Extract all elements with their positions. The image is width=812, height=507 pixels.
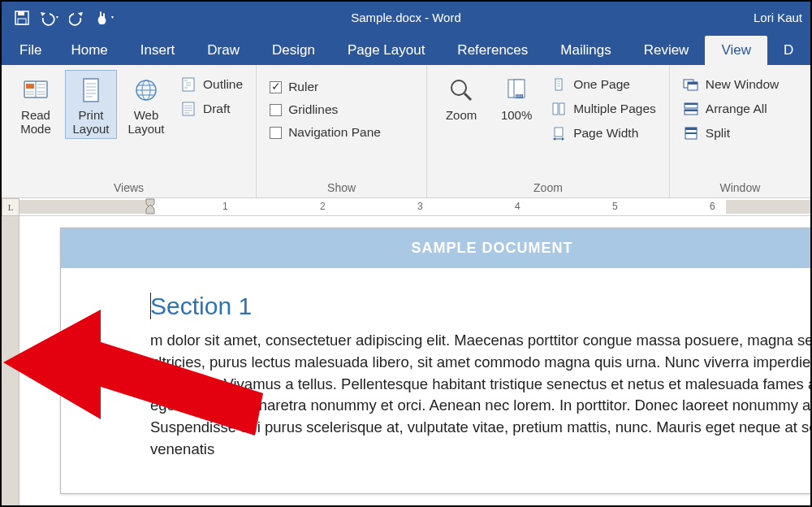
one-page-label: One Page xyxy=(573,77,630,92)
split-button[interactable]: Split xyxy=(678,122,784,145)
checkbox-icon xyxy=(270,104,282,116)
group-show: Ruler Gridlines Navigation Pane Show xyxy=(257,65,427,197)
tab-insert[interactable]: Insert xyxy=(124,36,192,65)
outline-label: Outline xyxy=(203,77,243,92)
tab-references[interactable]: References xyxy=(441,36,544,65)
zoom-label: Zoom xyxy=(446,108,477,122)
web-layout-label: Web Layout xyxy=(127,108,164,136)
zoom-button[interactable]: Zoom xyxy=(435,70,487,145)
tab-more[interactable]: D xyxy=(767,36,810,65)
tab-file[interactable]: File xyxy=(6,36,54,65)
show-group-label: Show xyxy=(265,179,418,196)
title-bar: Sample.docx - Word Lori Kaut xyxy=(2,2,810,34)
print-layout-label: Print Layout xyxy=(72,108,109,136)
gridlines-checkbox[interactable]: Gridlines xyxy=(265,99,386,120)
group-views: Read Mode Print Layout Web Layout Outlin… xyxy=(2,65,257,197)
tab-selector[interactable]: L xyxy=(2,198,19,216)
outline-view-button[interactable]: Outline xyxy=(175,73,248,96)
svg-line-34 xyxy=(464,93,471,100)
draft-view-button[interactable]: Draft xyxy=(175,98,248,120)
web-layout-button[interactable]: Web Layout xyxy=(120,70,172,139)
arrange-all-button[interactable]: Arrange All xyxy=(678,98,784,120)
multiple-pages-button[interactable]: Multiple Pages xyxy=(546,98,661,120)
vertical-ruler[interactable] xyxy=(2,216,19,505)
ruler-num: 6 xyxy=(710,201,715,212)
page-width-label: Page Width xyxy=(573,126,638,141)
zoom-group-label: Zoom xyxy=(435,179,661,196)
navigation-pane-checkbox[interactable]: Navigation Pane xyxy=(265,122,386,143)
section-heading: Section 1 xyxy=(150,292,810,320)
save-button[interactable] xyxy=(8,4,36,32)
svg-marker-58 xyxy=(146,205,154,214)
svg-rect-5 xyxy=(26,84,34,89)
svg-rect-55 xyxy=(685,128,697,130)
outline-icon xyxy=(180,76,197,93)
gridlines-label: Gridlines xyxy=(288,102,338,117)
group-zoom: Zoom 100 100% One Page Multiple Pages Pa… xyxy=(427,65,670,197)
svg-rect-44 xyxy=(559,103,564,115)
ruler-num: 4 xyxy=(515,201,520,212)
arrange-icon xyxy=(683,101,699,117)
draft-label: Draft xyxy=(203,102,231,116)
undo-button[interactable] xyxy=(36,4,63,32)
document-body-text: m dolor sit amet, consectetuer adipiscin… xyxy=(150,330,810,461)
multi-page-icon xyxy=(551,101,567,117)
one-page-button[interactable]: One Page xyxy=(546,73,661,96)
tab-design[interactable]: Design xyxy=(256,36,331,65)
one-page-icon xyxy=(551,76,567,93)
multi-page-label: Multiple Pages xyxy=(573,102,656,116)
window-group-label: Window xyxy=(678,179,802,196)
views-group-label: Views xyxy=(10,179,248,196)
svg-point-33 xyxy=(451,80,466,95)
svg-rect-49 xyxy=(688,82,698,84)
document-page[interactable]: SAMPLE DOCUMENT Section 1 m dolor sit am… xyxy=(60,228,810,494)
page-width-button[interactable]: Page Width xyxy=(546,122,661,145)
new-window-icon xyxy=(683,76,699,93)
indent-marker-icon[interactable] xyxy=(145,197,156,215)
svg-rect-53 xyxy=(685,110,698,111)
document-header-band: SAMPLE DOCUMENT xyxy=(61,228,810,268)
window-title: Sample.docx - Word xyxy=(351,2,461,34)
nav-label: Navigation Pane xyxy=(288,125,381,140)
ruler-num: 1 xyxy=(222,201,228,212)
ruler-num: 3 xyxy=(417,201,423,212)
svg-rect-23 xyxy=(183,78,194,91)
ribbon-tabs: File Home Insert Draw Design Page Layout… xyxy=(2,34,810,65)
split-icon xyxy=(683,125,699,141)
ruler-num: 5 xyxy=(612,201,618,212)
horizontal-ruler[interactable]: 1 2 3 4 5 6 xyxy=(19,198,810,215)
tab-draw[interactable]: Draw xyxy=(191,36,256,65)
svg-rect-1 xyxy=(18,11,24,15)
ruler-label: Ruler xyxy=(288,80,318,94)
tab-home[interactable]: Home xyxy=(54,36,123,65)
draft-icon xyxy=(180,101,197,117)
split-label: Split xyxy=(706,126,730,141)
svg-rect-39 xyxy=(555,79,562,90)
tab-view[interactable]: View xyxy=(705,36,767,65)
svg-text:100: 100 xyxy=(516,93,523,98)
svg-rect-43 xyxy=(553,103,558,115)
svg-rect-2 xyxy=(18,19,26,24)
tab-mailings[interactable]: Mailings xyxy=(544,36,627,65)
hundred-label: 100% xyxy=(501,108,532,122)
new-window-label: New Window xyxy=(706,77,779,92)
touch-mode-button[interactable] xyxy=(91,4,119,32)
user-name: Lori Kaut xyxy=(754,2,802,34)
svg-rect-28 xyxy=(183,102,194,115)
document-area: SAMPLE DOCUMENT Section 1 m dolor sit am… xyxy=(19,216,810,505)
print-layout-button[interactable]: Print Layout xyxy=(65,70,117,139)
tab-review[interactable]: Review xyxy=(628,36,706,65)
read-mode-button[interactable]: Read Mode xyxy=(10,70,62,139)
tab-page-layout[interactable]: Page Layout xyxy=(331,36,441,65)
checkbox-icon xyxy=(270,127,282,139)
page-width-icon xyxy=(551,125,567,141)
hundred-percent-button[interactable]: 100 100% xyxy=(490,70,542,145)
arrange-label: Arrange All xyxy=(706,102,767,116)
read-mode-label: Read Mode xyxy=(20,108,51,136)
ribbon: Read Mode Print Layout Web Layout Outlin… xyxy=(2,65,810,198)
ruler-checkbox[interactable]: Ruler xyxy=(265,76,386,98)
checkbox-icon xyxy=(270,81,282,93)
group-window: New Window Arrange All Split Window xyxy=(670,65,810,197)
new-window-button[interactable]: New Window xyxy=(678,73,784,96)
redo-button[interactable] xyxy=(63,4,91,32)
